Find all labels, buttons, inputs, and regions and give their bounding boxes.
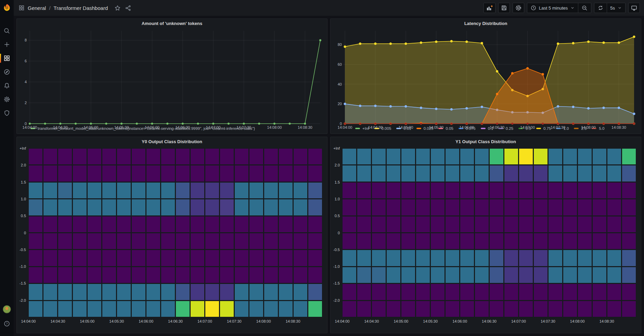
heatmap-cell	[235, 301, 248, 317]
sidebar-item-create[interactable]	[0, 38, 14, 51]
breadcrumb-dashboard-title[interactable]: Transformer Dashboard	[54, 5, 108, 11]
heatmap-cell	[294, 250, 307, 266]
alerting-bell-icon	[3, 82, 10, 89]
heatmap-cell	[176, 216, 190, 232]
star-icon[interactable]	[114, 5, 121, 11]
heatmap-cell	[357, 165, 371, 181]
heatmap-cell	[416, 165, 430, 181]
x-axis-tick-label: 14:05:30	[109, 319, 124, 323]
heatmap-cell	[622, 183, 636, 198]
heatmap-cell	[146, 183, 160, 198]
heatmap-cell	[176, 165, 190, 181]
heatmap-cell	[578, 183, 592, 198]
clock-icon	[530, 5, 537, 11]
heatmap-grid	[342, 148, 636, 317]
top-navbar: General / Transformer Dashboard	[14, 0, 644, 16]
x-axis-tick-label: 14:04:30	[50, 319, 65, 323]
grafana-logo[interactable]	[0, 0, 14, 16]
heatmap-cell	[308, 233, 322, 249]
heatmap-cell	[249, 267, 263, 283]
heatmap-plot-area[interactable]: +Inf2.01.51.00.50-0.5-1.0-1.5-2.0 14:04:…	[333, 148, 636, 324]
heatmap-cell	[205, 183, 219, 198]
heatmap-cell	[191, 199, 204, 215]
heatmap-cell	[607, 149, 621, 164]
heatmap-cell	[88, 216, 101, 232]
heatmap-cell	[205, 267, 219, 283]
refresh-interval-dropdown[interactable]: 5s	[607, 3, 625, 13]
heatmap-cell	[205, 165, 219, 181]
heatmap-cell	[29, 165, 42, 181]
heatmap-cell	[73, 233, 87, 249]
heatmap-cell	[475, 284, 489, 300]
heatmap-cell	[73, 183, 87, 198]
heatmap-cell	[102, 233, 116, 249]
time-range-picker[interactable]: Last 5 minutes	[527, 3, 578, 13]
heatmap-cell	[43, 149, 57, 164]
heatmap-cell	[294, 233, 307, 249]
heatmap-cell	[431, 199, 445, 215]
share-icon[interactable]	[125, 5, 131, 11]
chart-svg: 0246814:04:0014:04:3014:05:0014:05:3014:…	[20, 28, 323, 131]
refresh-button[interactable]	[594, 3, 607, 13]
panel-title[interactable]: Latency Distribution	[331, 19, 641, 28]
heatmap-cell	[308, 250, 322, 266]
heatmap-cell	[607, 183, 621, 198]
sidebar-item-dashboards[interactable]	[0, 51, 14, 65]
panel-latency-distribution: Latency Distribution 02040608014:04:0014…	[330, 18, 641, 134]
heatmap-cell	[549, 267, 562, 283]
heatmap-cell	[102, 216, 116, 232]
heatmap-cell	[279, 183, 293, 198]
heatmap-cell	[549, 250, 562, 266]
heatmap-cell	[146, 267, 160, 283]
sidebar-item-search[interactable]	[0, 24, 14, 38]
heatmap-cell	[102, 267, 116, 283]
heatmap-cell	[446, 284, 459, 300]
heatmap-cell	[191, 301, 204, 317]
heatmap-plot-area[interactable]: +Inf2.01.51.00.50-0.5-1.0-1.5-2.0 14:04:…	[19, 148, 322, 324]
heatmap-cell	[88, 267, 101, 283]
zoom-out-button[interactable]	[578, 3, 591, 13]
heatmap-cell	[176, 301, 190, 317]
sidebar-item-help[interactable]: ?	[0, 316, 14, 331]
heatmap-cell	[29, 301, 42, 317]
kiosk-mode-button[interactable]	[628, 3, 640, 13]
heatmap-cell	[504, 301, 518, 317]
dashboard-settings-button[interactable]	[513, 3, 524, 13]
heatmap-y-axis: +Inf2.01.51.00.50-0.5-1.0-1.5-2.0	[333, 148, 342, 324]
heatmap-cell	[460, 301, 474, 317]
sidebar-item-alerting[interactable]	[0, 79, 14, 92]
heatmap-cell	[475, 233, 489, 249]
x-axis-tick-label: 14:05:00	[394, 319, 408, 323]
save-dashboard-button[interactable]	[498, 3, 510, 13]
add-panel-button[interactable]	[484, 3, 495, 13]
heatmap-cell	[88, 233, 101, 249]
heatmap-cell	[401, 165, 415, 181]
sidebar-item-configuration[interactable]	[0, 92, 14, 106]
sidebar-item-profile[interactable]	[0, 302, 14, 316]
heatmap-cell	[308, 165, 322, 181]
heatmap-cell	[504, 233, 518, 249]
y-axis-tick-label: 1.0	[21, 197, 26, 201]
panel-y1-class-distribution: Y1 Output Class Distribution +Inf2.01.51…	[330, 137, 641, 333]
heatmap-cell	[431, 267, 445, 283]
svg-text:60: 60	[338, 62, 342, 66]
heatmap-cell	[308, 301, 322, 317]
panel-title[interactable]: Y0 Output Class Distribution	[17, 137, 327, 146]
heatmap-cell	[431, 165, 445, 181]
heatmap-cell	[132, 149, 145, 164]
sidebar-item-explore[interactable]	[0, 65, 14, 79]
heatmap-cell	[132, 199, 145, 215]
panel-title[interactable]: Y1 Output Class Distribution	[331, 137, 641, 146]
breadcrumb-folder[interactable]: General	[28, 5, 46, 11]
timeseries-plot-area[interactable]: 02040608014:04:0014:04:3014:05:0014:05:3…	[333, 28, 637, 125]
heatmap-cell	[29, 284, 42, 300]
sidebar-item-server-admin[interactable]	[0, 106, 14, 120]
heatmap-cell	[563, 301, 577, 317]
heatmap-cell	[460, 233, 474, 249]
heatmap-cell	[372, 216, 386, 232]
svg-text:14:04:30: 14:04:30	[368, 125, 383, 129]
x-axis-tick-label: 14:08:00	[256, 319, 271, 323]
heatmap-cell	[416, 267, 430, 283]
timeseries-plot-area[interactable]: 0246814:04:0014:04:3014:05:0014:05:3014:…	[20, 28, 323, 125]
panel-title[interactable]: Amount of 'unknown' tokens	[17, 19, 327, 28]
